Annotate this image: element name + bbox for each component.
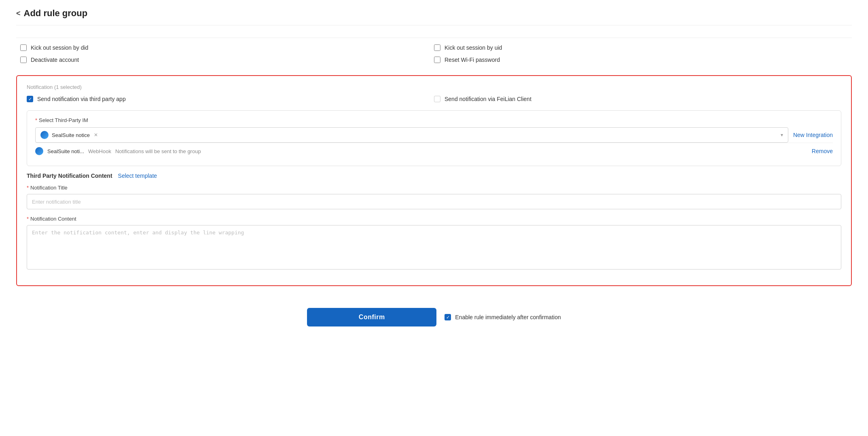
deactivate-checkbox[interactable] xyxy=(20,57,27,63)
third-party-label: Send notification via third party app xyxy=(37,96,126,102)
checkbox-row-reset-wifi: Reset Wi-Fi password xyxy=(434,57,848,63)
required-star-content: * xyxy=(27,216,29,222)
integration-type: WebHook xyxy=(88,148,111,154)
new-integration-button[interactable]: New Integration xyxy=(793,132,833,138)
notification-title-label-row: * Notification Title xyxy=(27,185,841,191)
notification-content-textarea[interactable] xyxy=(27,225,841,270)
notification-content-section: * Notification Content xyxy=(27,216,841,271)
chevron-down-icon: ▾ xyxy=(781,132,783,138)
kick-did-checkbox[interactable] xyxy=(20,44,27,51)
remove-button[interactable]: Remove xyxy=(812,148,833,154)
kick-did-label: Kick out session by did xyxy=(31,44,88,51)
feilian-col: Send notification via FeiLian Client xyxy=(434,96,841,102)
integration-name: SealSuite noti... xyxy=(47,148,84,154)
top-checkboxes: Kick out session by did Deactivate accou… xyxy=(16,44,852,69)
checkbox-col-2: Kick out session by uid Reset Wi-Fi pass… xyxy=(434,44,848,69)
bottom-bar: Confirm ✓ Enable rule immediately after … xyxy=(16,298,852,331)
notification-section: Notification (1 selected) ✓ Send notific… xyxy=(16,75,852,286)
notification-checkboxes: ✓ Send notification via third party app … xyxy=(27,96,841,102)
integration-row: SealSuite noti... WebHook Notifications … xyxy=(35,143,833,159)
checkbox-row-deactivate: Deactivate account xyxy=(20,57,434,63)
confirm-button[interactable]: Confirm xyxy=(307,308,436,326)
third-party-im-label-row: * Select Third-Party IM xyxy=(35,117,833,123)
notification-title-label: Notification Title xyxy=(30,185,68,191)
enable-label: Enable rule immediately after confirmati… xyxy=(455,314,561,320)
third-party-im-card: * Select Third-Party IM SealSuite notice… xyxy=(27,110,841,166)
content-section: Third Party Notification Content Select … xyxy=(27,173,841,271)
page-title: Add rule group xyxy=(24,8,88,19)
reset-wifi-checkbox[interactable] xyxy=(434,57,440,63)
third-party-checkbox[interactable]: ✓ xyxy=(27,96,33,102)
content-header-row: Third Party Notification Content Select … xyxy=(27,173,841,179)
required-star-im: * xyxy=(35,117,37,123)
third-party-check-row: ✓ Send notification via third party app xyxy=(27,96,434,102)
back-button[interactable]: < xyxy=(16,9,21,18)
checkbox-col-1: Kick out session by did Deactivate accou… xyxy=(20,44,434,69)
integration-description: Notifications will be sent to the group xyxy=(115,148,808,154)
required-star-title: * xyxy=(27,185,29,191)
content-title: Third Party Notification Content xyxy=(27,173,112,179)
notification-content-label: Notification Content xyxy=(30,216,76,222)
kick-uid-label: Kick out session by uid xyxy=(445,44,502,51)
seal-suite-icon xyxy=(40,131,49,139)
notification-content-label-row: * Notification Content xyxy=(27,216,841,222)
kick-uid-checkbox[interactable] xyxy=(434,44,440,51)
third-party-im-select[interactable]: SealSuite notice ✕ ▾ xyxy=(35,127,788,143)
page: < Add rule group Kick out session by did… xyxy=(0,0,868,436)
notification-header: Notification (1 selected) xyxy=(27,84,841,90)
reset-wifi-label: Reset Wi-Fi password xyxy=(445,57,500,63)
select-row: SealSuite notice ✕ ▾ New Integration xyxy=(35,127,833,143)
enable-row: ✓ Enable rule immediately after confirma… xyxy=(445,314,561,320)
tag-close-icon[interactable]: ✕ xyxy=(94,132,98,138)
notification-title-section: * Notification Title xyxy=(27,185,841,209)
select-template-button[interactable]: Select template xyxy=(118,173,157,179)
feilian-check-row: Send notification via FeiLian Client xyxy=(434,96,841,102)
checkbox-row-kick-did: Kick out session by did xyxy=(20,44,434,51)
third-party-im-label: Select Third-Party IM xyxy=(39,117,88,123)
checkbox-row-kick-uid: Kick out session by uid xyxy=(434,44,848,51)
notification-title-input[interactable] xyxy=(27,194,841,209)
deactivate-label: Deactivate account xyxy=(31,57,79,63)
divider xyxy=(16,38,852,38)
enable-checkbox[interactable]: ✓ xyxy=(445,314,451,320)
selected-tag-text: SealSuite notice xyxy=(52,132,90,138)
page-title-bar: < Add rule group xyxy=(16,8,852,25)
feilian-checkbox[interactable] xyxy=(434,96,440,102)
feilian-label: Send notification via FeiLian Client xyxy=(445,96,531,102)
third-party-col: ✓ Send notification via third party app xyxy=(27,96,434,102)
seal-suite-row-icon xyxy=(35,147,43,155)
